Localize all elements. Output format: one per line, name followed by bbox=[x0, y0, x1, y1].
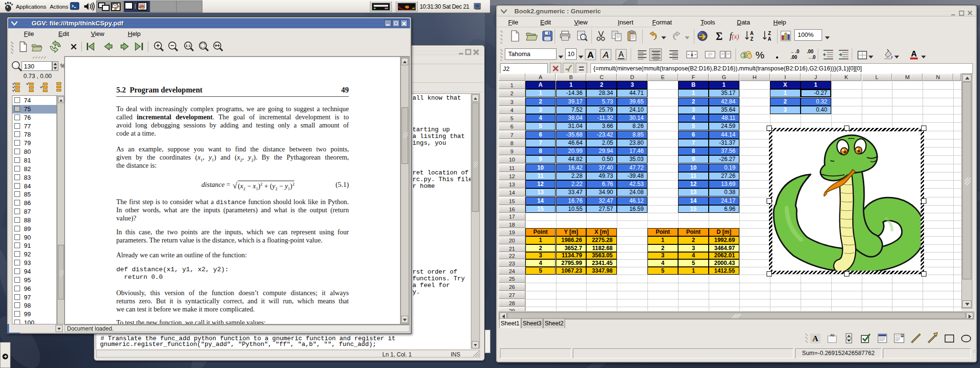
svg-text:A: A bbox=[587, 50, 594, 60]
svg-text:←.0: ←.0 bbox=[791, 49, 800, 54]
svg-text:(x): (x) bbox=[732, 33, 739, 41]
svg-text:A: A bbox=[813, 334, 819, 343]
svg-text:A: A bbox=[619, 50, 624, 58]
svg-text:A: A bbox=[602, 50, 609, 60]
svg-text:A: A bbox=[750, 31, 753, 36]
svg-text:→.0: →.0 bbox=[807, 55, 816, 60]
svg-text:A: A bbox=[911, 49, 917, 58]
svg-text:%: % bbox=[756, 49, 765, 60]
svg-text:Σ: Σ bbox=[716, 30, 723, 42]
svg-text:1:1: 1:1 bbox=[186, 44, 191, 48]
svg-text:A: A bbox=[768, 36, 771, 42]
svg-text:Z: Z bbox=[750, 36, 753, 42]
svg-text:Ab: Ab bbox=[830, 334, 835, 337]
svg-text:.00: .00 bbox=[791, 55, 797, 60]
svg-text:$: $ bbox=[743, 53, 746, 58]
svg-text:Z: Z bbox=[768, 31, 771, 36]
svg-text:.00: .00 bbox=[807, 49, 813, 54]
svg-text:a: a bbox=[690, 52, 693, 57]
